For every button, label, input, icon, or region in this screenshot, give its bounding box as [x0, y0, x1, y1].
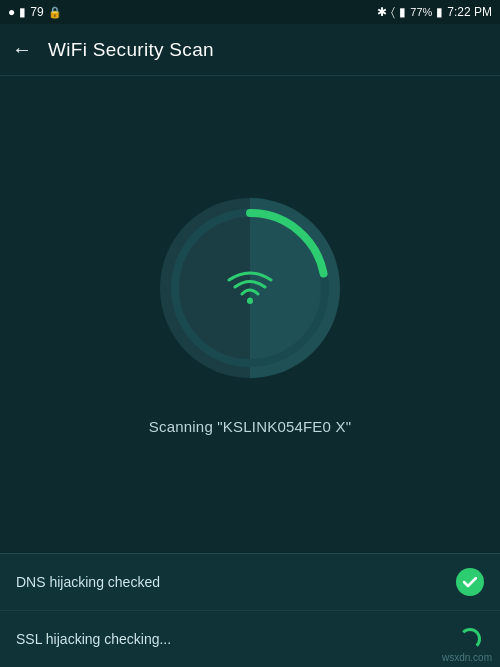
wifi-icon-center	[224, 268, 276, 308]
dns-check-done-icon	[456, 568, 484, 596]
toolbar: ← WiFi Security Scan	[0, 24, 500, 76]
loading-spinner	[459, 628, 481, 650]
watermark: wsxdn.com	[442, 652, 492, 663]
time-display: 7:22 PM	[447, 5, 492, 19]
status-bar-right: ✱ 〈 ▮ 77% ▮ 7:22 PM	[377, 5, 492, 19]
ssl-loading-icon	[456, 625, 484, 653]
ssl-check-label: SSL hijacking checking...	[16, 631, 171, 647]
status-bar-left: ● ▮ 79 🔒	[8, 5, 62, 19]
wifi-icon-svg	[224, 268, 276, 308]
scanning-text: Scanning "KSLINK054FE0 X"	[149, 418, 351, 435]
signal-icon: ▮	[399, 5, 406, 19]
lock-icon: 🔒	[48, 6, 62, 19]
checkmark-icon	[463, 577, 477, 588]
battery-icon: ▮	[436, 5, 443, 19]
notification-icon: ●	[8, 5, 15, 19]
back-button[interactable]: ←	[12, 38, 32, 61]
status-bar: ● ▮ 79 🔒 ✱ 〈 ▮ 77% ▮ 7:22 PM	[0, 0, 500, 24]
battery-notification: 79	[30, 5, 43, 19]
ssl-check-item: SSL hijacking checking...	[0, 611, 500, 667]
page-title: WiFi Security Scan	[48, 39, 214, 61]
wifi-signal-icon: 〈	[391, 5, 395, 19]
bottom-panel: DNS hijacking checked SSL hijacking chec…	[0, 553, 500, 667]
bluetooth-icon: ✱	[377, 5, 387, 19]
scan-visual	[160, 198, 340, 378]
chat-icon: ▮	[19, 5, 26, 19]
dns-check-item: DNS hijacking checked	[0, 554, 500, 611]
dns-check-label: DNS hijacking checked	[16, 574, 160, 590]
battery-percent: 77%	[410, 6, 432, 18]
main-content: Scanning "KSLINK054FE0 X"	[0, 76, 500, 557]
svg-point-2	[247, 298, 253, 304]
